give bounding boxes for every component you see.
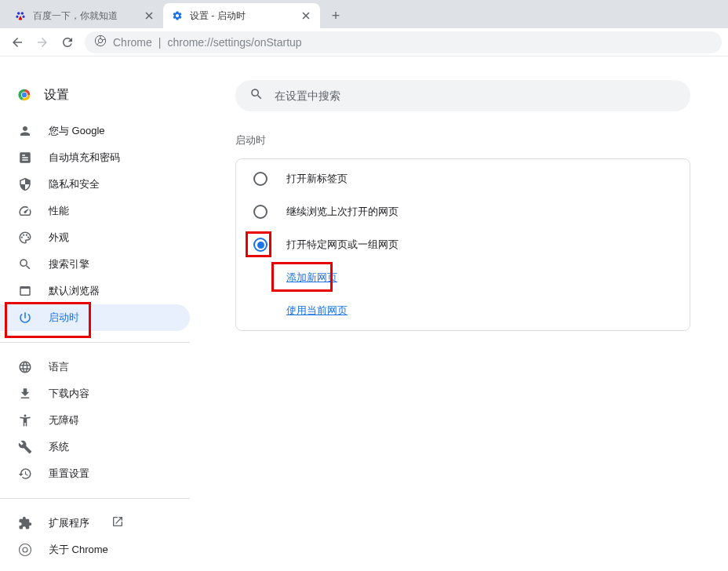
settings-page: 设置 您与 Google自动填充和密码隐私和安全性能外观搜索引擎默认浏览器启动时… [0, 56, 728, 571]
settings-sidebar: 设置 您与 Google自动填充和密码隐私和安全性能外观搜索引擎默认浏览器启动时… [0, 80, 196, 571]
svg-point-2 [16, 15, 18, 18]
sidebar-item-globe[interactable]: 语言 [0, 354, 190, 380]
main-content: 启动时 打开新标签页继续浏览上次打开的网页打开特定网页或一组网页 添加新网页使用… [196, 80, 728, 571]
sidebar-label: 扩展程序 [49, 516, 89, 530]
svg-point-8 [22, 93, 27, 97]
sidebar-label: 语言 [49, 360, 69, 374]
browser-tab-active[interactable]: 设置 - 启动时 [163, 3, 320, 28]
sidebar-label: 性能 [49, 204, 69, 218]
link-option[interactable]: 使用当前网页 [286, 294, 690, 327]
reset-icon [17, 466, 33, 482]
appearance-icon [17, 230, 33, 245]
sidebar-item-person[interactable]: 您与 Google [0, 118, 190, 144]
globe-icon [17, 359, 33, 375]
sidebar-label: 关于 Chrome [49, 543, 108, 557]
autofill-icon [17, 150, 33, 165]
section-title: 启动时 [235, 133, 712, 147]
svg-point-9 [21, 237, 23, 238]
settings-header: 设置 [0, 80, 190, 118]
sidebar-item-browser[interactable]: 默认浏览器 [0, 278, 190, 304]
sidebar-item-shield[interactable]: 隐私和安全 [0, 171, 190, 198]
tab-title: 百度一下，你就知道 [33, 9, 136, 23]
sidebar-label: 外观 [49, 231, 69, 245]
url-prefix: Chrome [113, 36, 152, 49]
sidebar-label: 默认浏览器 [49, 284, 100, 298]
sidebar-item-wrench[interactable]: 系统 [0, 434, 190, 460]
sidebar-label: 隐私和安全 [49, 177, 100, 191]
sidebar-item-extension[interactable]: 扩展程序 [0, 510, 190, 536]
sidebar-item-autofill[interactable]: 自动填充和密码 [0, 144, 190, 171]
svg-point-1 [21, 12, 24, 15]
wrench-icon [17, 439, 33, 455]
radio-option[interactable]: 继续浏览上次打开的网页 [236, 195, 690, 228]
settings-search-box[interactable] [235, 80, 690, 111]
sidebar-label: 无障碍 [49, 413, 79, 427]
browser-tab[interactable]: 百度一下，你就知道 [6, 3, 163, 28]
external-link-icon [111, 515, 124, 531]
sidebar-separator [0, 342, 190, 343]
chrome-logo-icon [16, 86, 33, 104]
sidebar-item-appearance[interactable]: 外观 [0, 224, 190, 251]
sidebar-separator [0, 498, 190, 499]
svg-point-0 [17, 12, 20, 15]
sidebar-label: 下载内容 [49, 387, 89, 401]
settings-title: 设置 [44, 87, 69, 104]
sidebar-item-speed[interactable]: 性能 [0, 198, 190, 224]
tab-title: 设置 - 启动时 [190, 9, 293, 23]
radio-label: 继续浏览上次打开的网页 [286, 205, 399, 219]
close-icon[interactable] [300, 9, 312, 22]
close-icon[interactable] [143, 9, 155, 22]
radio-button[interactable] [253, 172, 268, 186]
radio-option[interactable]: 打开新标签页 [236, 162, 690, 195]
sidebar-label: 系统 [49, 440, 69, 454]
sidebar-label: 重置设置 [49, 467, 89, 481]
gear-icon [171, 9, 184, 22]
radio-button[interactable] [253, 205, 268, 219]
url-box[interactable]: Chrome | chrome://settings/onStartup [85, 31, 722, 53]
url-path: chrome://settings/onStartup [167, 36, 301, 49]
sidebar-item-accessibility[interactable]: 无障碍 [0, 407, 190, 434]
power-icon [17, 310, 33, 326]
svg-point-10 [23, 235, 24, 236]
baidu-icon [14, 9, 27, 22]
person-icon [17, 123, 33, 139]
search-icon [249, 87, 264, 104]
sidebar-label: 启动时 [49, 311, 79, 325]
new-tab-button[interactable]: + [325, 5, 347, 27]
chrome-icon [17, 542, 33, 558]
sidebar-item-chrome[interactable]: 关于 Chrome [0, 536, 190, 563]
svg-point-13 [20, 544, 31, 556]
download-icon [17, 386, 33, 402]
browser-icon [17, 283, 33, 299]
sidebar-item-power[interactable]: 启动时 [0, 304, 190, 331]
speed-icon [17, 203, 33, 219]
radio-button[interactable] [253, 238, 268, 252]
startup-options-card: 打开新标签页继续浏览上次打开的网页打开特定网页或一组网页 添加新网页使用当前网页 [235, 158, 690, 331]
extension-icon [17, 515, 33, 531]
shield-icon [17, 176, 33, 192]
radio-label: 打开新标签页 [286, 172, 348, 186]
svg-point-14 [23, 547, 27, 552]
search-icon [17, 256, 33, 272]
sidebar-item-reset[interactable]: 重置设置 [0, 460, 190, 487]
settings-search-input[interactable] [275, 89, 676, 102]
radio-option[interactable]: 打开特定网页或一组网页 [236, 228, 690, 261]
forward-button[interactable] [31, 31, 53, 53]
address-bar: Chrome | chrome://settings/onStartup [0, 28, 728, 56]
sidebar-item-search[interactable]: 搜索引擎 [0, 251, 190, 278]
browser-tabs-bar: 百度一下，你就知道 设置 - 启动时 + [0, 0, 728, 28]
url-separator: | [158, 36, 162, 49]
svg-point-3 [23, 15, 25, 18]
link-option[interactable]: 添加新网页 [286, 261, 690, 294]
sidebar-label: 搜索引擎 [49, 257, 89, 271]
sidebar-label: 您与 Google [49, 124, 105, 138]
radio-label: 打开特定网页或一组网页 [286, 238, 399, 252]
svg-point-11 [26, 235, 27, 236]
chrome-icon [94, 35, 107, 49]
reload-button[interactable] [56, 31, 78, 53]
sidebar-item-download[interactable]: 下载内容 [0, 380, 190, 407]
sidebar-label: 自动填充和密码 [49, 151, 120, 165]
accessibility-icon [17, 413, 33, 428]
svg-point-12 [27, 237, 29, 238]
back-button[interactable] [6, 31, 28, 53]
